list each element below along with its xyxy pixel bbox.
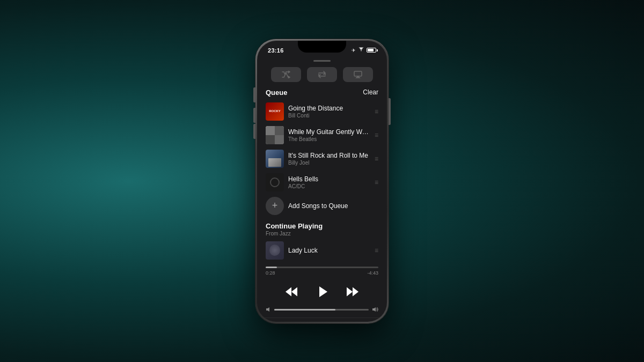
volume-section	[257, 307, 387, 317]
volume-fill	[274, 309, 335, 311]
phone-frame: 23:16 ✈	[255, 39, 389, 323]
drag-handle-lady-luck[interactable]: ≡	[375, 247, 378, 254]
volume-low-icon	[266, 307, 271, 313]
table-row[interactable]: It's Still Rock and Roll to Me Billy Joe…	[262, 147, 382, 171]
play-button[interactable]	[312, 282, 332, 301]
drag-handle-1[interactable]: ≡	[375, 108, 378, 115]
drag-handle-4[interactable]: ≡	[375, 179, 378, 186]
battery-icon	[367, 48, 376, 53]
add-songs-row[interactable]: + Add Songs to Queue	[262, 194, 382, 218]
progress-bar-container[interactable]	[266, 267, 378, 268]
drag-handle-2[interactable]: ≡	[375, 131, 378, 139]
song-artist-3: Billy Joel	[288, 160, 370, 166]
continue-playing-subtitle: From Jazz	[266, 231, 378, 237]
status-icons: ✈	[352, 47, 376, 53]
table-row[interactable]: Lady Luck ≡	[262, 239, 382, 262]
song-artist-2: The Beatles	[288, 136, 370, 142]
song-info-lady-luck: Lady Luck	[288, 247, 370, 254]
svg-marker-6	[266, 307, 269, 312]
add-circle-icon: +	[266, 197, 284, 215]
progress-bar-fill	[266, 267, 277, 268]
song-artist-1: Bill Conti	[288, 113, 370, 119]
rewind-button[interactable]	[286, 286, 297, 298]
queue-header: Queue Clear	[257, 86, 387, 100]
album-art-2	[266, 126, 284, 144]
scroll-indicator	[257, 58, 387, 65]
song-title-1: Going the Distance	[288, 105, 370, 112]
song-info-3: It's Still Rock and Roll to Me Billy Joe…	[288, 152, 370, 166]
table-row[interactable]: ROCKY Going the Distance Bill Conti ≡	[262, 100, 382, 123]
album-art-3	[266, 150, 284, 168]
transport-controls-top	[257, 65, 387, 86]
repeat-button[interactable]	[307, 67, 337, 82]
bottom-bar	[257, 317, 387, 322]
song-title-4: Hells Bells	[288, 175, 370, 183]
volume-bar[interactable]	[274, 309, 369, 311]
song-title-2: While My Guitar Gently Weeps	[288, 128, 370, 136]
song-artist-4: AC/DC	[288, 183, 370, 189]
shuffle-button[interactable]	[271, 67, 301, 82]
song-title-3: It's Still Rock and Roll to Me	[288, 152, 370, 159]
svg-marker-5	[353, 287, 358, 296]
svg-marker-3	[319, 286, 327, 297]
queue-song-list: ROCKY Going the Distance Bill Conti ≡	[257, 100, 387, 218]
song-info-2: While My Guitar Gently Weeps The Beatles	[288, 128, 370, 142]
svg-marker-2	[286, 287, 291, 296]
album-art-4	[266, 173, 284, 191]
queue-title: Queue	[266, 88, 287, 97]
phone-screen: 23:16 ✈	[257, 41, 387, 322]
progress-section: 0:28 -4:43	[257, 262, 387, 278]
airplay-button[interactable]	[343, 67, 373, 82]
volume-high-icon	[372, 307, 378, 313]
continue-playing-section: Continue Playing From Jazz	[257, 218, 387, 239]
album-art-1: ROCKY	[266, 102, 284, 121]
status-time: 23:16	[268, 47, 284, 54]
airplane-icon: ✈	[352, 48, 356, 53]
fast-forward-button[interactable]	[347, 286, 358, 298]
svg-marker-1	[291, 287, 297, 296]
current-time: 0:28	[266, 270, 275, 276]
table-row[interactable]: Hells Bells AC/DC ≡	[262, 171, 382, 194]
total-time: -4:43	[367, 270, 378, 276]
svg-marker-4	[347, 287, 353, 296]
add-songs-label: Add Songs to Queue	[288, 202, 348, 210]
wifi-icon	[358, 47, 364, 53]
progress-times: 0:28 -4:43	[266, 270, 378, 276]
svg-marker-7	[372, 307, 376, 312]
continue-song-list: Lady Luck ≡	[257, 239, 387, 262]
song-info-4: Hells Bells AC/DC	[288, 175, 370, 189]
drag-handle-3[interactable]: ≡	[375, 155, 378, 162]
table-row[interactable]: While My Guitar Gently Weeps The Beatles…	[262, 123, 382, 147]
notch	[298, 41, 346, 53]
battery-fill	[368, 49, 374, 51]
continue-playing-title: Continue Playing	[266, 222, 378, 230]
album-art-lady-luck	[266, 241, 284, 260]
song-info-1: Going the Distance Bill Conti	[288, 105, 370, 119]
song-title-lady-luck: Lady Luck	[288, 247, 370, 254]
scroll-pill	[313, 60, 331, 62]
main-controls	[257, 278, 387, 307]
svg-rect-0	[354, 71, 362, 76]
queue-clear-button[interactable]: Clear	[363, 88, 378, 96]
